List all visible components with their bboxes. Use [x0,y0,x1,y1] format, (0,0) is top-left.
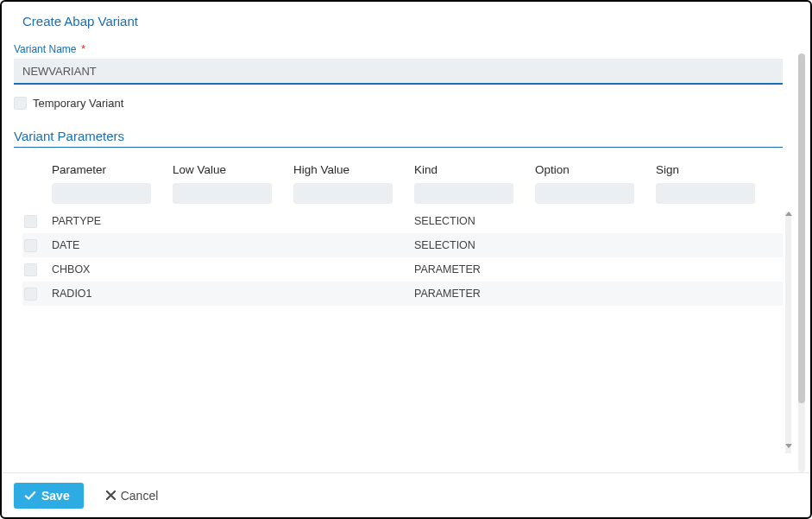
dialog-scrollbar-thumb[interactable] [798,54,805,403]
close-icon [106,491,116,500]
variant-name-input[interactable] [14,59,783,85]
temporary-variant-checkbox[interactable] [14,97,27,110]
table-row[interactable]: RADIO1 PARAMETER [22,282,783,306]
variant-name-label: Variant Name [14,43,76,55]
dialog-title: Create Abap Variant [3,3,793,28]
parameters-table: Parameter Low Value High Value Kind Opti… [22,158,783,306]
dialog-body: Create Abap Variant Variant Name * Tempo… [3,3,793,470]
dialog-footer: Save Cancel [2,472,810,517]
col-option-header: Option [535,158,656,181]
cancel-button[interactable]: Cancel [99,484,166,508]
row-checkbox[interactable] [24,263,37,276]
temporary-variant-row: Temporary Variant [3,85,793,110]
filter-sign[interactable] [656,183,755,204]
scroll-up-icon[interactable] [785,212,792,216]
save-button-label: Save [41,489,70,503]
col-sign-header: Sign [656,158,777,181]
scroll-down-icon[interactable] [785,444,792,448]
row-checkbox[interactable] [24,288,37,301]
cell-kind: SELECTION [414,215,535,227]
scroll-track[interactable] [785,218,791,442]
col-parameter-header: Parameter [52,158,173,181]
table-filter-row [22,183,783,204]
cell-parameter: PARTYPE [52,215,173,227]
filter-option[interactable] [535,183,634,204]
filter-kind[interactable] [414,183,513,204]
col-kind-header: Kind [414,158,535,181]
col-low-header: Low Value [173,158,293,181]
cell-parameter: DATE [52,239,173,251]
variant-name-field: Variant Name * [3,28,793,85]
cell-parameter: CHBOX [52,263,173,275]
row-checkbox[interactable] [24,215,37,228]
table-row[interactable]: DATE SELECTION [22,233,783,257]
cell-parameter: RADIO1 [52,288,173,300]
filter-parameter[interactable] [52,183,151,204]
table-row[interactable]: PARTYPE SELECTION [22,209,783,233]
cell-kind: PARAMETER [414,263,535,275]
table-scrollbar[interactable] [785,212,791,453]
cell-kind: PARAMETER [414,288,535,300]
check-icon [24,490,36,502]
cancel-button-label: Cancel [121,489,159,503]
variant-parameters-header: Variant Parameters [14,129,783,148]
col-high-header: High Value [293,158,414,181]
filter-high[interactable] [293,183,393,204]
variant-name-label-row: Variant Name * [14,42,783,59]
filter-low[interactable] [173,183,272,204]
table-header-row: Parameter Low Value High Value Kind Opti… [22,158,783,181]
save-button[interactable]: Save [14,483,84,509]
row-checkbox[interactable] [24,239,37,252]
temporary-variant-label: Temporary Variant [33,97,123,110]
table-row[interactable]: CHBOX PARAMETER [22,257,783,282]
required-indicator: * [81,42,85,55]
cell-kind: SELECTION [414,239,535,251]
dialog-scrollbar[interactable] [798,54,805,472]
